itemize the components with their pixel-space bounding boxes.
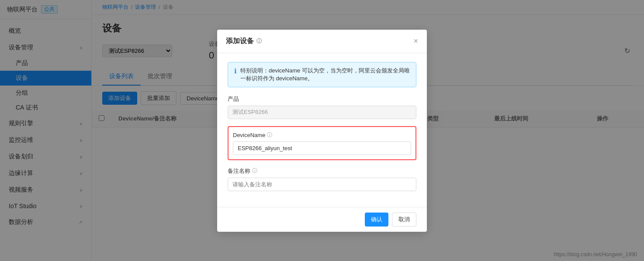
- form-field-product: 产品: [228, 95, 416, 119]
- modal-alert-text: 特别说明：deviceName 可以为空，当为空时，阿里云会颁发全局唯一标识符作…: [240, 67, 410, 82]
- modal-header: 添加设备 ⓘ ×: [217, 30, 427, 53]
- modal-overlay[interactable]: 添加设备 ⓘ × ℹ 特别说明：deviceName 可以为空，当为空时，阿里云…: [0, 0, 644, 261]
- confirm-button[interactable]: 确认: [365, 213, 388, 227]
- device-name-label: DeviceName ⓘ: [233, 131, 411, 139]
- modal-title-help-icon[interactable]: ⓘ: [256, 38, 262, 45]
- modal-body: ℹ 特别说明：deviceName 可以为空，当为空时，阿里云会颁发全局唯一标识…: [217, 53, 427, 207]
- modal-close-button[interactable]: ×: [413, 37, 418, 45]
- modal-footer: 确认 取消: [217, 207, 427, 232]
- alert-info-icon: ℹ: [234, 67, 237, 82]
- product-label: 产品: [228, 95, 416, 103]
- device-name-input[interactable]: [233, 141, 411, 155]
- device-name-field-group: DeviceName ⓘ: [228, 126, 416, 160]
- modal-alert: ℹ 特别说明：deviceName 可以为空，当为空时，阿里云会颁发全局唯一标识…: [228, 62, 416, 87]
- form-field-nickname: 备注名称 ⓘ: [228, 167, 416, 191]
- modal-title: 添加设备 ⓘ: [226, 37, 262, 46]
- nickname-help-icon[interactable]: ⓘ: [252, 167, 257, 175]
- add-device-modal: 添加设备 ⓘ × ℹ 特别说明：deviceName 可以为空，当为空时，阿里云…: [217, 30, 427, 232]
- device-name-help-icon[interactable]: ⓘ: [267, 131, 272, 139]
- nickname-input[interactable]: [228, 178, 416, 191]
- product-input: [228, 106, 416, 119]
- cancel-button[interactable]: 取消: [392, 213, 416, 227]
- nickname-label: 备注名称 ⓘ: [228, 167, 416, 175]
